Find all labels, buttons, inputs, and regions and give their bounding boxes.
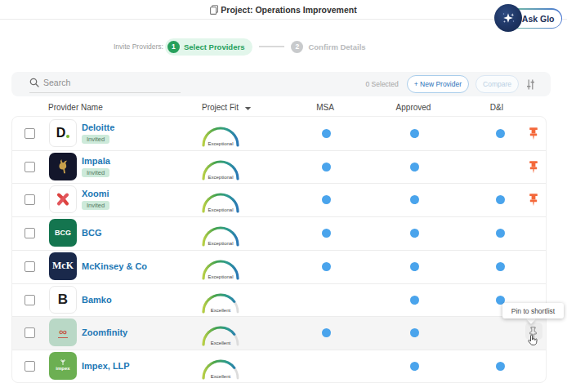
providers-table: DDeloitteInvited Exceptional ImpalaInvit… <box>11 116 547 383</box>
dei-indicator <box>496 129 505 138</box>
provider-name[interactable]: Bamko <box>82 283 112 317</box>
project-fit-gauge: Excellent <box>201 292 240 315</box>
stepper: Invite Providers: 1 Select Providers 2 C… <box>114 38 366 56</box>
approved-indicator <box>410 296 419 305</box>
pinned-icon[interactable] <box>528 193 539 207</box>
search-icon <box>29 78 39 87</box>
provider-row-mckinsey-co[interactable]: McKMcKinsey & Co Exceptional <box>12 250 546 283</box>
step-1-number: 1 <box>167 41 180 53</box>
provider-name[interactable]: McKinsey & Co <box>82 250 147 283</box>
top-bar: Project: Operations Improvement <box>0 0 567 20</box>
approved-indicator <box>410 262 419 271</box>
project-fit-gauge: Excellent <box>201 358 240 381</box>
row-checkbox[interactable] <box>25 327 35 338</box>
provider-row-xoomi[interactable]: XoomiInvited Exceptional <box>12 183 546 216</box>
project-fit-label: Exceptional <box>208 241 233 246</box>
approved-indicator <box>410 195 419 204</box>
new-provider-label: + New Provider <box>414 80 462 88</box>
step-1-label: Select Providers <box>184 42 244 51</box>
invited-badge: Invited <box>82 168 109 177</box>
approved-indicator <box>410 163 419 172</box>
sort-caret-icon[interactable] <box>244 106 252 111</box>
ask-glo-button[interactable]: Ask Glo <box>494 3 564 33</box>
project-fit-label: Exceptional <box>208 207 233 212</box>
provider-row-deloitte[interactable]: DDeloitteInvited Exceptional <box>12 117 546 150</box>
row-checkbox[interactable] <box>25 228 35 238</box>
project-fit-label: Excellent <box>211 341 231 345</box>
search-placeholder: Search <box>43 78 70 87</box>
row-checkbox[interactable] <box>25 361 35 372</box>
project-fit-label: Excellent <box>211 373 231 378</box>
project-fit-label: Exceptional <box>208 141 233 146</box>
provider-name[interactable]: Deloitte <box>82 122 114 132</box>
msa-indicator <box>322 195 331 204</box>
column-header-dei[interactable]: D&I <box>490 103 504 112</box>
selected-count: 0 Selected <box>366 80 399 88</box>
project-fit-label: Exceptional <box>208 174 233 179</box>
provider-logo-mck: McK <box>49 252 77 280</box>
project-title: Operations Improvement <box>255 5 356 15</box>
msa-indicator <box>322 129 331 138</box>
project-fit-label: Exceptional <box>208 274 233 278</box>
approved-indicator <box>410 328 419 337</box>
filter-settings-icon[interactable] <box>525 79 536 90</box>
row-checkbox[interactable] <box>25 128 35 139</box>
step-connector <box>259 46 284 47</box>
project-fit-gauge: Exceptional <box>201 258 240 282</box>
provider-row-bcg[interactable]: BCGBCG Exceptional <box>12 216 546 250</box>
msa-indicator <box>322 328 331 337</box>
dei-indicator <box>496 262 505 271</box>
dei-indicator <box>496 362 505 371</box>
column-header-msa[interactable]: MSA <box>316 103 334 112</box>
new-provider-button[interactable]: + New Provider <box>407 75 469 93</box>
row-checkbox[interactable] <box>25 194 35 205</box>
row-checkbox[interactable] <box>25 295 35 305</box>
provider-name[interactable]: Zoomfinity <box>82 316 127 350</box>
provider-name[interactable]: Xoomi <box>82 189 109 198</box>
search-underline <box>29 92 181 93</box>
mouse-cursor <box>527 334 539 348</box>
dei-indicator <box>496 229 505 238</box>
compare-label: Compare <box>483 80 511 88</box>
column-header-project-fit[interactable]: Project Fit <box>202 103 239 112</box>
row-checkbox[interactable] <box>25 261 35 272</box>
project-fit-gauge: Exceptional <box>201 125 240 149</box>
msa-indicator <box>322 229 331 238</box>
search-input[interactable]: Search <box>29 72 181 96</box>
provider-row-zoomfinity[interactable]: ∞Zoomfinity Excellent <box>12 316 546 350</box>
column-header-provider-name[interactable]: Provider Name <box>48 103 103 112</box>
pinned-icon[interactable] <box>528 127 539 141</box>
ask-glo-sparkle-icon[interactable] <box>494 4 522 32</box>
compare-button[interactable]: Compare <box>475 75 519 93</box>
column-header-approved[interactable]: Approved <box>396 103 431 112</box>
project-fit-gauge: Exceptional <box>201 191 240 215</box>
provider-logo-impala <box>49 153 77 180</box>
provider-logo-deloitte: D <box>49 119 77 147</box>
project-fit-label: Excellent <box>211 307 231 312</box>
step-2-number: 2 <box>291 41 303 53</box>
project-title-wrap: Project: Operations Improvement <box>0 0 567 20</box>
project-doc-icon <box>210 5 218 15</box>
step-2-label: Confirm Details <box>308 42 365 51</box>
project-title-prefix: Project: <box>221 5 252 15</box>
step-1-select-providers[interactable]: 1 Select Providers <box>165 38 252 56</box>
provider-name[interactable]: Impala <box>82 156 110 166</box>
provider-logo-bcg: BCG <box>49 219 77 247</box>
pin-tooltip: Pin to shortlist <box>502 303 564 318</box>
msa-indicator <box>322 163 331 172</box>
pinned-icon[interactable] <box>528 160 539 175</box>
approved-indicator <box>410 229 419 238</box>
row-divider <box>12 150 546 151</box>
provider-row-impex-llp[interactable]: impexImpex, LLP Excellent <box>12 350 546 383</box>
invited-badge: Invited <box>82 201 109 210</box>
provider-name[interactable]: Impex, LLP <box>82 350 130 383</box>
project-fit-gauge: Excellent <box>201 324 240 348</box>
provider-name[interactable]: BCG <box>82 216 101 250</box>
provider-row-bamko[interactable]: BBamko Excellent <box>12 283 546 317</box>
invited-badge: Invited <box>82 135 109 144</box>
approved-indicator <box>410 129 419 138</box>
provider-row-impala[interactable]: ImpalaInvited Exceptional <box>12 150 546 184</box>
provider-logo-xoomi <box>49 185 77 213</box>
row-checkbox[interactable] <box>25 162 35 172</box>
provider-logo-b: B <box>49 286 77 314</box>
